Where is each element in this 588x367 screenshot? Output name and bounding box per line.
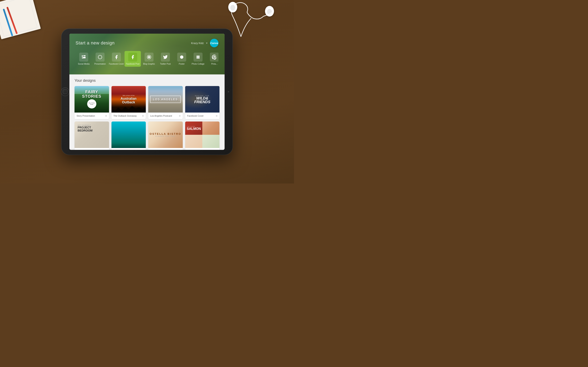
svg-point-17 <box>199 57 200 58</box>
svg-point-12 <box>197 56 198 57</box>
svg-point-14 <box>199 56 200 57</box>
design-card-salmon[interactable]: THE GUIDE SALMON Salmon Guide ≡ <box>185 122 220 150</box>
designs-grid: FAIRY STORIES Buy Online Today Story Pre… <box>75 86 219 150</box>
facebook-post-label: Facebook Post <box>126 63 140 65</box>
beach-footer: Beach Design ≡ <box>112 148 146 150</box>
salmon-quad-2 <box>202 122 219 135</box>
svg-point-16 <box>198 57 199 58</box>
presentation-icon <box>95 53 104 62</box>
facebook-post-icon <box>128 53 137 62</box>
los-angeles-thumbnail: LOS ANGELES <box>148 86 183 113</box>
svg-point-9 <box>148 56 150 58</box>
design-card-los-angeles[interactable]: LOS ANGELES Los Angeles Postcard ≡ <box>148 86 183 119</box>
wild-friends-thumbnail: SAVING THE WILD& FRIENDS <box>185 86 220 113</box>
design-type-pinterest[interactable]: Pinta... <box>206 51 218 67</box>
outback-thumbnail: Win a tour of the Australian Outback <box>112 86 146 113</box>
design-card-project-bedroom[interactable]: SET YOURSELF PROJECT BEDROOM Project Bed… <box>75 122 109 150</box>
outback-name: The Outback Giveaway <box>113 115 137 117</box>
fairy-title-line2: STORIES <box>82 94 101 99</box>
ostella-thumbnail: OSTELLA BISTRO DINNER FOR TWO <box>148 122 183 148</box>
design-type-photo-collage[interactable]: Photo Collage <box>190 51 206 67</box>
twitter-post-label: Twitter Post <box>160 63 171 65</box>
los-angeles-menu-icon[interactable]: ≡ <box>179 114 181 117</box>
los-angeles-name: Los Angeles Postcard <box>150 115 172 117</box>
header-top-bar: Start a new design Krazy Kidz ▼ Canva <box>76 39 218 47</box>
svg-rect-6 <box>83 57 86 58</box>
design-type-poster[interactable]: Poster <box>173 51 190 67</box>
poster-label: Poster <box>179 63 185 65</box>
ostella-text: OSTELLA BISTRO DINNER FOR TWO <box>150 132 181 137</box>
salmon-title-text: SALMON <box>187 127 201 131</box>
your-designs-title: Your designs <box>75 78 219 83</box>
fairy-title-line1: FAIRY <box>82 90 101 94</box>
fairy-stories-name: Story Presentation <box>77 115 95 117</box>
salmon-quad-1: THE GUIDE SALMON <box>185 122 202 135</box>
fairy-stories-footer: Story Presentation ≡ <box>75 113 109 119</box>
svg-point-18 <box>197 58 198 59</box>
svg-point-20 <box>199 58 200 59</box>
salmon-thumbnail: THE GUIDE SALMON <box>185 122 220 148</box>
photo-collage-label: Photo Collage <box>192 63 205 65</box>
design-card-fairy-stories[interactable]: FAIRY STORIES Buy Online Today Story Pre… <box>75 86 109 119</box>
fairy-stories-menu-icon[interactable]: ≡ <box>105 114 107 117</box>
bedroom-title: PROJECT BEDROOM <box>78 126 93 132</box>
svg-rect-7 <box>82 58 86 58</box>
canva-logo[interactable]: Canva <box>210 39 218 47</box>
wild-friends-menu-icon[interactable]: ≡ <box>216 114 217 117</box>
los-angeles-footer: Los Angeles Postcard ≡ <box>148 113 183 119</box>
blog-graphic-label: Blog Graphic <box>143 63 155 65</box>
design-type-blog-graphic[interactable]: Blog Graphic <box>141 51 157 67</box>
la-text: LOS ANGELES <box>153 98 178 101</box>
facebook-cover-label: Facebook Cover <box>109 63 124 65</box>
bedroom-thumbnail: SET YOURSELF PROJECT BEDROOM <box>75 122 109 148</box>
your-designs-section: Your designs FAIRY STORIES Buy Online To… <box>69 75 225 150</box>
design-types-row: Social Media Presentation Facebook Cov <box>76 51 218 67</box>
blog-graphic-icon <box>145 53 154 62</box>
wild-friends-footer: Facebook Cover ≡ <box>185 113 220 119</box>
outback-menu-icon[interactable]: ≡ <box>142 114 144 117</box>
user-dropdown-arrow[interactable]: ▼ <box>206 42 208 44</box>
user-name: Krazy Kidz <box>191 42 204 45</box>
new-design-section: Start a new design Krazy Kidz ▼ Canva So… <box>69 34 225 75</box>
design-card-outback[interactable]: Win a tour of the Australian Outback The… <box>112 86 146 119</box>
ipad-device: Start a new design Krazy Kidz ▼ Canva So… <box>61 29 233 155</box>
header-user-area: Krazy Kidz ▼ Canva <box>191 39 218 47</box>
wild-friends-name: Facebook Cover <box>187 115 204 117</box>
svg-rect-5 <box>83 55 86 56</box>
wild-friends-thumb-text: SAVING THE WILD& FRIENDS <box>194 95 210 104</box>
svg-point-13 <box>198 56 199 57</box>
ostella-footer: Ostella Bistro ≡ <box>148 148 183 150</box>
poster-icon <box>177 53 186 62</box>
fairy-stories-thumb-text: FAIRY STORIES Buy Online Today <box>82 90 101 109</box>
svg-rect-4 <box>82 55 83 57</box>
la-frame: LOS ANGELES <box>150 96 181 103</box>
design-type-social-media[interactable]: Social Media <box>76 51 92 67</box>
design-type-presentation[interactable]: Presentation <box>92 51 108 67</box>
social-media-label: Social Media <box>78 63 89 65</box>
design-type-facebook-cover[interactable]: Facebook Cover <box>108 51 125 67</box>
design-card-beach[interactable]: Beach Design ≡ <box>112 122 146 150</box>
fairy-badge: Buy Online Today <box>87 99 96 108</box>
svg-point-11 <box>180 55 183 59</box>
ipad-screen: Start a new design Krazy Kidz ▼ Canva So… <box>69 34 225 150</box>
svg-point-15 <box>197 57 198 58</box>
bedroom-text-area: SET YOURSELF PROJECT BEDROOM <box>78 125 93 132</box>
outback-main-text: Australian Outback <box>121 97 137 104</box>
facebook-cover-icon <box>112 53 121 62</box>
fairy-stories-thumbnail: FAIRY STORIES Buy Online Today <box>75 86 109 113</box>
wild-main-text: WILD& <box>194 96 210 100</box>
pinterest-icon <box>210 53 218 62</box>
beach-thumbnail <box>112 122 146 148</box>
ostella-subtitle: DINNER FOR TWO <box>150 135 181 137</box>
presentation-label: Presentation <box>94 63 106 65</box>
design-type-facebook-post[interactable]: Facebook Post <box>125 51 141 67</box>
design-type-twitter-post[interactable]: Twitter Post <box>157 51 173 67</box>
social-media-icon <box>79 53 88 62</box>
pinterest-label: Pinta... <box>211 63 217 65</box>
twitter-post-icon <box>161 53 170 62</box>
ipad-home-button[interactable] <box>61 87 69 96</box>
design-card-wild-friends[interactable]: SAVING THE WILD& FRIENDS Facebook Cover … <box>185 86 220 119</box>
wild-friends-text: FRIENDS <box>194 100 210 104</box>
design-card-ostella[interactable]: OSTELLA BISTRO DINNER FOR TWO Ostella Bi… <box>148 122 183 150</box>
outback-thumb-text: Win a tour of the Australian Outback <box>119 92 139 106</box>
